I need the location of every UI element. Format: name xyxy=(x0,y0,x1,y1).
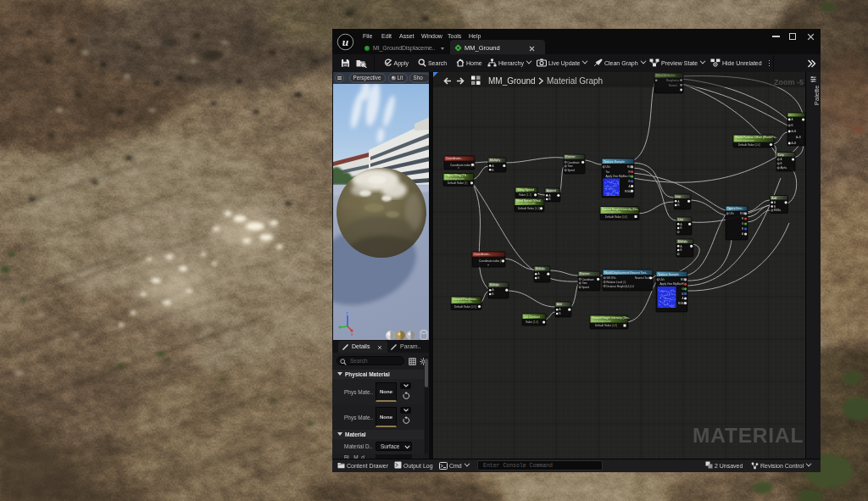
svg-text:B: B xyxy=(548,198,550,201)
svg-text:A: A xyxy=(774,201,776,204)
svg-text:Perspective: Perspective xyxy=(353,75,381,81)
svg-text:WS UVs: WS UVs xyxy=(606,276,616,280)
svg-text:Value [1,1]: Value [1,1] xyxy=(519,193,531,197)
svg-text:A: A xyxy=(677,200,679,203)
svg-text:Apply View MipBias: Apply View MipBias xyxy=(659,282,682,286)
svg-text:World Displacement Nearest: World Displacement Nearest Text.. xyxy=(604,271,648,275)
svg-text:Coordinate..: Coordinate.. xyxy=(474,253,491,256)
svg-text:Lerp: Lerp xyxy=(676,195,682,198)
svg-text:Panner: Panner xyxy=(580,272,590,276)
svg-text:Param expression: Param expression xyxy=(735,139,754,142)
svg-text:UVs: UVs xyxy=(659,278,665,281)
svg-text:Tiling Speed: Tiling Speed xyxy=(517,188,534,192)
svg-text:Type x Disn..: Type x Disn.. xyxy=(727,207,743,210)
svg-text:Coordinate index [0]: Coordinate index [0] xyxy=(479,259,504,263)
svg-text:Lerp: Lerp xyxy=(678,218,684,221)
svg-text:Multiply: Multiply xyxy=(490,283,499,287)
svg-text:B: B xyxy=(792,124,793,127)
svg-text:Value [1,0]: Value [1,0] xyxy=(526,320,538,324)
svg-text:B: B xyxy=(742,227,743,231)
svg-text:Lit: Lit xyxy=(398,75,403,81)
svg-text:A: A xyxy=(780,158,782,161)
svg-text:Panner: Panner xyxy=(565,155,576,159)
svg-text:u: u xyxy=(342,36,349,48)
svg-text:A: A xyxy=(492,164,494,168)
svg-text:A: A xyxy=(742,232,743,236)
svg-text:A: A xyxy=(682,297,684,300)
svg-text:A: A xyxy=(548,194,550,198)
svg-text:Param expression: Param expression xyxy=(592,320,611,323)
svg-text:A: A xyxy=(680,245,682,248)
svg-text:Coordinate..: Coordinate.. xyxy=(446,157,463,160)
svg-text:Default Value [0,0]: Default Value [0,0] xyxy=(605,215,627,219)
svg-text:B: B xyxy=(774,205,776,209)
svg-text:B: B xyxy=(559,312,560,315)
svg-text:Default Value [0,0]: Default Value [0,0] xyxy=(738,143,760,147)
svg-text:Time: Time xyxy=(567,164,573,168)
svg-text:Param expression: Param expression xyxy=(453,300,472,303)
svg-text:A: A xyxy=(492,288,493,292)
svg-text:Texture Sample: Texture Sample xyxy=(604,160,625,164)
svg-text:Alpha: Alpha xyxy=(780,166,787,170)
svg-text:B: B xyxy=(680,248,682,252)
svg-text:Multiply: Multiply xyxy=(536,267,545,270)
svg-text:Lerp: Lerp xyxy=(778,153,784,157)
svg-text:Default Value [0,5]: Default Value [0,5] xyxy=(454,305,476,309)
svg-text:A: A xyxy=(559,308,560,311)
svg-text:Distance Height (0-1) L0: Distance Height (0-1) L0 xyxy=(606,285,634,288)
svg-text:Param expression: Param expression xyxy=(516,202,536,205)
svg-text:RGBa: RGBa xyxy=(774,209,782,212)
svg-text:Multiply: Multiply xyxy=(678,240,687,243)
svg-text:Append: Append xyxy=(547,189,556,192)
svg-text:Add: Add xyxy=(557,303,562,306)
svg-text:Default Value [0,0]: Default Value [0,0] xyxy=(595,324,617,327)
svg-text:UVs: UVs xyxy=(729,212,734,215)
svg-text:A+B: A+B xyxy=(796,136,801,139)
svg-text:Relative Level [0]: Relative Level [0] xyxy=(606,281,626,284)
svg-text:Default Value [0,1]: Default Value [0,1] xyxy=(518,207,540,210)
svg-text:Speed: Speed xyxy=(567,169,575,172)
svg-text:Tex: Tex xyxy=(605,170,609,174)
svg-text:Material Graph: Material Graph xyxy=(547,76,603,86)
svg-text:Coordinate: Coordinate xyxy=(581,278,594,281)
svg-text:B: B xyxy=(682,292,684,296)
svg-text:A: A xyxy=(680,223,682,226)
svg-text:B: B xyxy=(492,292,493,296)
svg-text:Coordinate: Coordinate xyxy=(567,161,580,164)
svg-text:A+B: A+B xyxy=(792,130,797,133)
svg-text:B: B xyxy=(537,276,539,280)
svg-text:B: B xyxy=(629,180,631,183)
svg-text:UVs: UVs xyxy=(605,165,610,169)
svg-text:Default Value [1]: Default Value [1] xyxy=(448,181,467,185)
svg-text:z: z xyxy=(346,310,348,315)
svg-text:A: A xyxy=(629,185,631,188)
svg-text:B: B xyxy=(680,226,682,230)
svg-text:A: A xyxy=(537,272,539,276)
svg-text:Speed: Speed xyxy=(581,286,589,289)
svg-text:Coordinate index [0]: Coordinate index [0] xyxy=(450,164,475,167)
svg-text:Time: Time xyxy=(581,281,587,285)
svg-text:Param expression: Param expression xyxy=(445,177,465,181)
svg-text:B: B xyxy=(677,203,679,207)
svg-text:B: B xyxy=(780,162,782,165)
svg-text:Texture Sample: Texture Sample xyxy=(658,273,679,276)
svg-text:MM_Ground: MM_Ground xyxy=(488,76,536,86)
svg-text:MATERIAL: MATERIAL xyxy=(693,424,804,447)
svg-text:Apply View MipBias: Apply View MipBias xyxy=(605,175,628,178)
svg-text:Param expression: Param expression xyxy=(602,210,621,214)
svg-text:Sho: Sho xyxy=(414,75,424,81)
svg-text:B: B xyxy=(492,169,494,172)
svg-text:Zoom -5: Zoom -5 xyxy=(774,78,804,86)
svg-text:A: A xyxy=(792,118,793,121)
svg-text:Multiply: Multiply xyxy=(490,159,500,162)
svg-text:RGB: RGB xyxy=(740,212,746,215)
svg-text:Add: Add xyxy=(772,197,777,200)
svg-text:A+B: A+B xyxy=(792,142,797,145)
svg-text:1x1 Constant: 1x1 Constant xyxy=(524,315,540,319)
